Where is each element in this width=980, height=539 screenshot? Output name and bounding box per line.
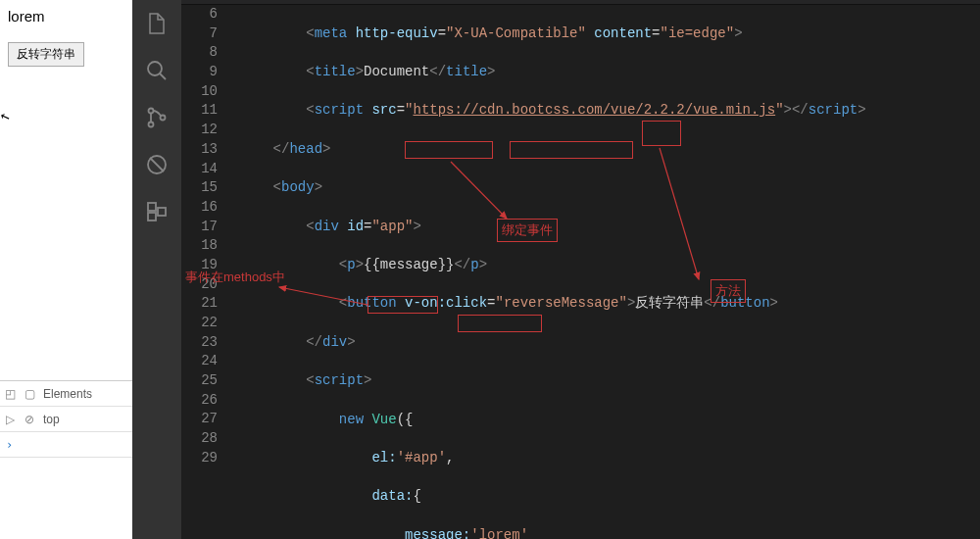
svg-line-6 (150, 158, 164, 172)
svg-rect-7 (148, 203, 156, 211)
source-control-icon[interactable] (132, 94, 181, 141)
activity-bar (132, 0, 181, 539)
explorer-icon[interactable] (132, 0, 181, 47)
browser-preview-panel: lorem 反转字符串 ↖ ◰ ▢ Elements ▷ ⊘ top › (0, 0, 132, 539)
svg-point-4 (161, 116, 166, 121)
line-gutter: 6789 10111213 14151617 18192021 22232425… (181, 5, 235, 468)
devtools-tab-row: ◰ ▢ Elements (0, 381, 132, 407)
browser-output-text: lorem (8, 8, 124, 24)
cursor-icon: ↖ (0, 105, 13, 126)
code-lines[interactable]: <meta http-equiv="X-UA-Compatible" conte… (240, 5, 980, 539)
devtools-prompt-row[interactable]: › (0, 432, 132, 458)
extensions-icon[interactable] (132, 188, 181, 235)
svg-line-1 (160, 74, 166, 79)
code-editor: 6789 10111213 14151617 18192021 22232425… (181, 0, 980, 539)
reverse-string-button[interactable]: 反转字符串 (8, 42, 84, 67)
stop-icon[interactable]: ⊘ (20, 413, 39, 426)
svg-point-0 (148, 62, 162, 75)
svg-rect-8 (148, 213, 156, 220)
device-icon[interactable]: ▢ (20, 387, 39, 401)
play-icon[interactable]: ▷ (0, 413, 20, 426)
devtools-context-label[interactable]: top (39, 413, 60, 426)
devtools-panel: ◰ ▢ Elements ▷ ⊘ top › (0, 380, 132, 458)
svg-rect-9 (158, 208, 166, 216)
debug-icon[interactable] (132, 141, 181, 188)
search-icon[interactable] (132, 47, 181, 94)
devtools-elements-tab[interactable]: Elements (39, 387, 92, 401)
console-prompt-icon: › (0, 438, 13, 452)
svg-point-3 (149, 122, 154, 127)
svg-point-2 (149, 109, 154, 114)
inspect-icon[interactable]: ◰ (0, 387, 20, 401)
devtools-console-row: ▷ ⊘ top (0, 407, 132, 432)
